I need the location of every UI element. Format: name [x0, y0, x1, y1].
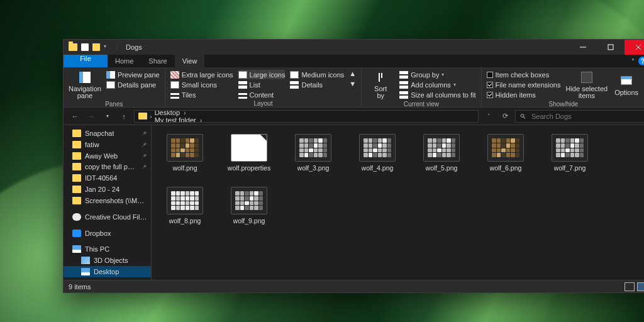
sidebar-item-label: Desktop — [94, 268, 119, 275]
refresh-button[interactable]: ⟳ — [499, 110, 511, 123]
details-pane-button[interactable]: Details pane — [106, 80, 160, 89]
history-dropdown-icon[interactable]: ▾ — [101, 110, 114, 123]
file-extensions-toggle[interactable]: File name extensions — [487, 80, 561, 89]
sidebar-item[interactable]: 3D Objects — [64, 255, 151, 266]
file-thumbnail — [487, 134, 524, 162]
path-dropdown-icon[interactable]: ˅ — [482, 110, 495, 123]
qat-dropdown-icon[interactable]: ▾ — [104, 43, 111, 51]
sidebar-item[interactable]: IDT-40564 — [64, 172, 151, 184]
file-item[interactable]: wolf_4.png — [355, 134, 399, 172]
layout-content[interactable]: Content — [238, 90, 286, 99]
svg-rect-0 — [608, 45, 613, 50]
fldr-icon — [72, 130, 81, 137]
maximize-button[interactable] — [597, 40, 625, 55]
sidebar-item[interactable]: Away Web📌︎ — [64, 150, 151, 162]
forward-button[interactable]: → — [85, 110, 97, 123]
view-icons-button[interactable] — [637, 282, 644, 291]
search-box[interactable]: 🔍︎ — [515, 110, 644, 123]
sidebar-item[interactable]: Creative Cloud Files — [64, 211, 151, 223]
sidebar-item[interactable]: Screenshots (\\MACBOOK — [64, 195, 151, 206]
sidebar-item[interactable]: fatiw📌︎ — [64, 139, 151, 150]
tab-view[interactable]: View — [175, 55, 205, 67]
file-item[interactable]: wolf_9.png — [227, 187, 271, 225]
breadcrumb-segment[interactable]: My test folder — [155, 116, 203, 123]
sidebar-item[interactable]: Snapchat📌︎ — [64, 128, 151, 139]
navigation-sidebar[interactable]: Snapchat📌︎fatiw📌︎Away Web📌︎copy the full… — [64, 125, 152, 280]
file-thumbnail — [552, 134, 588, 162]
file-name: wolf_7.png — [554, 164, 586, 172]
sidebar-item[interactable]: copy the full path for netw📌︎ — [64, 162, 151, 173]
search-input[interactable] — [530, 112, 643, 121]
tab-share[interactable]: Share — [141, 55, 174, 67]
file-item[interactable]: wolf_5.png — [419, 134, 464, 172]
fldr-icon — [72, 152, 81, 160]
layout-details[interactable]: Details — [290, 80, 344, 89]
collapse-ribbon-icon[interactable]: ˄ — [631, 58, 635, 65]
file-item[interactable]: wolf_7.png — [548, 134, 592, 172]
group-by-button[interactable]: Group by▾ — [399, 70, 475, 79]
file-name: wolf_8.png — [169, 217, 201, 225]
tab-home[interactable]: Home — [108, 55, 141, 67]
layout-sm[interactable]: Small icons — [170, 80, 233, 89]
up-button[interactable]: ↑ — [118, 110, 130, 123]
preview-pane-icon — [106, 71, 115, 79]
preview-pane-button[interactable]: Preview pane — [106, 70, 160, 79]
content-icon — [238, 91, 247, 99]
add-columns-button[interactable]: Add columns▾ — [399, 80, 475, 89]
addcol-icon — [399, 81, 408, 89]
explorer-window: ▾ Dogs File Home Share View ˄ ? Navigati… — [63, 39, 644, 293]
file-item[interactable]: wolf.png — [163, 134, 207, 172]
back-button[interactable]: ← — [69, 110, 81, 123]
pc-icon — [72, 245, 81, 253]
sidebar-item[interactable]: Desktop — [64, 266, 151, 277]
sidebar-item-label: copy the full path for netw — [85, 163, 138, 170]
file-thumbnail — [423, 134, 460, 162]
file-item[interactable]: wolf_3.png — [291, 134, 335, 172]
layout-md[interactable]: Medium icons — [290, 70, 344, 79]
sidebar-item[interactable]: This PC — [64, 243, 151, 255]
sidebar-item[interactable]: Dropbox — [64, 228, 151, 239]
sidebar-item-label: Screenshots (\\MACBOOK — [85, 197, 147, 204]
layout-lg[interactable]: Large icons — [238, 70, 286, 79]
hidden-items-toggle[interactable]: Hidden items — [487, 90, 561, 99]
sidebar-item-label: This PC — [85, 245, 109, 253]
fldr-icon — [72, 163, 81, 170]
close-button[interactable] — [625, 40, 644, 55]
file-item[interactable]: wolf_8.png — [163, 187, 207, 225]
item-checkboxes-toggle[interactable]: Item check boxes — [487, 70, 561, 79]
layout-xl[interactable]: Extra large icons — [170, 70, 233, 79]
file-item[interactable]: wolf.properties — [227, 134, 271, 172]
options-button[interactable]: Options — [613, 70, 640, 100]
pc-icon — [81, 268, 90, 275]
sidebar-item-label: fatiw — [85, 141, 99, 148]
hide-selected-button[interactable]: Hide selected items — [565, 70, 608, 100]
breadcrumb-segment[interactable]: Desktop — [155, 110, 203, 116]
folder-icon — [138, 113, 147, 119]
file-item[interactable]: wolf_6.png — [484, 134, 528, 172]
tab-file[interactable]: File — [64, 55, 108, 67]
status-bar: 9 items — [64, 280, 644, 292]
pin-icon: 📌︎ — [142, 153, 147, 159]
sidebar-item-label: Dropbox — [85, 230, 111, 237]
layout-scroll-up-icon[interactable]: ▲ — [349, 70, 356, 77]
size-columns-button[interactable]: Size all columns to fit — [399, 90, 475, 99]
navigation-pane-button[interactable]: Navigation pane — [69, 70, 101, 100]
tiles-icon — [170, 91, 179, 99]
item-count: 9 items — [69, 283, 91, 291]
minimize-button[interactable] — [569, 40, 597, 55]
help-icon[interactable]: ? — [638, 57, 644, 65]
md-icon — [290, 71, 299, 79]
doc-icon — [81, 43, 89, 51]
file-view[interactable]: wolf.pngwolf.propertieswolf_3.pngwolf_4.… — [152, 125, 644, 280]
folder-icon — [92, 43, 100, 51]
sort-by-button[interactable]: Sort by — [367, 70, 394, 100]
breadcrumb[interactable]: › This PCDesktopMy test folderDogs — [134, 110, 479, 123]
lg-icon — [238, 71, 247, 79]
sidebar-item[interactable]: Jan 20 - 24 — [64, 184, 151, 195]
view-details-button[interactable] — [625, 282, 635, 291]
fldr-icon — [72, 174, 81, 182]
file-thumbnail — [167, 187, 203, 214]
layout-list[interactable]: List — [238, 80, 286, 89]
layout-scroll-down-icon[interactable]: ▼ — [349, 80, 356, 87]
layout-tiles[interactable]: Tiles — [170, 90, 233, 99]
